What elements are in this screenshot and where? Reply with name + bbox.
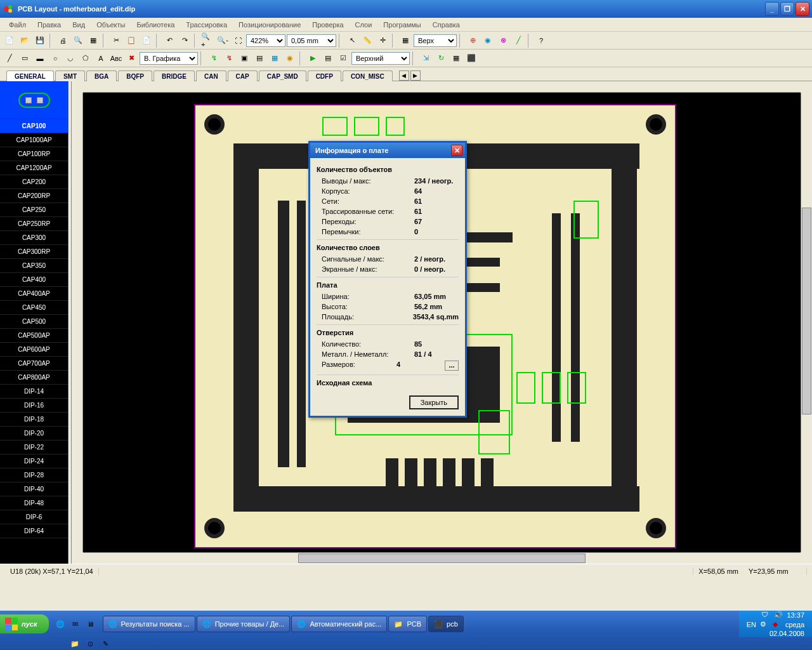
zoomin-icon[interactable]: 🔍+: [200, 34, 214, 48]
tab-smt[interactable]: SMT: [55, 70, 85, 81]
tab-can[interactable]: CAN: [196, 70, 226, 81]
zoomfit-icon[interactable]: ⛶: [231, 34, 245, 48]
component-item[interactable]: DIP-20: [0, 427, 68, 441]
layer2-combo[interactable]: Верхний: [351, 52, 410, 65]
tab-nav-icon[interactable]: ◀: [399, 70, 409, 81]
rect-icon[interactable]: ▭: [18, 51, 32, 65]
save-icon[interactable]: 💾: [33, 34, 47, 48]
menu-файл[interactable]: Файл: [4, 20, 31, 30]
ql-icon[interactable]: ⊙: [84, 637, 96, 650]
tab-bqfp[interactable]: BQFP: [118, 70, 152, 81]
line-icon[interactable]: ╱: [3, 51, 16, 65]
redo-icon[interactable]: ↷: [178, 34, 192, 48]
tray-icon[interactable]: 🔊: [774, 611, 783, 620]
origin-icon[interactable]: ✛: [376, 34, 390, 48]
netroute-icon[interactable]: ↯: [207, 51, 221, 65]
cut-icon[interactable]: ✂: [109, 34, 123, 48]
desktop-icon[interactable]: 🖥: [84, 618, 97, 630]
titleblock-icon[interactable]: ▦: [86, 34, 100, 48]
tab-cdfp[interactable]: CDFP: [308, 70, 341, 81]
import-icon[interactable]: ⇲: [419, 51, 433, 65]
menu-справка[interactable]: Справка: [428, 20, 465, 30]
dialog-close-btn[interactable]: Закрыть: [409, 395, 459, 409]
poly-icon[interactable]: ⬠: [79, 51, 93, 65]
preview-icon[interactable]: 🔍: [71, 34, 85, 48]
component-item[interactable]: CAP450: [0, 301, 68, 315]
comp2-icon[interactable]: ▤: [252, 51, 266, 65]
new-icon[interactable]: 📄: [3, 34, 16, 48]
component-item[interactable]: DIP-28: [0, 468, 68, 482]
refresh-icon[interactable]: ↻: [434, 51, 448, 65]
pad-icon[interactable]: ◉: [481, 34, 495, 48]
rectfill-icon[interactable]: ▬: [33, 51, 47, 65]
via-icon[interactable]: ⊗: [496, 34, 510, 48]
component-item[interactable]: CAP250: [0, 203, 68, 217]
tray-icon[interactable]: 🛡: [761, 611, 770, 620]
component-item[interactable]: CAP300RP: [0, 245, 68, 259]
tab-general[interactable]: GENERAL: [6, 70, 54, 81]
menu-вид[interactable]: Вид: [67, 20, 90, 30]
export-icon[interactable]: ▦: [449, 51, 463, 65]
3d-icon[interactable]: ⬛: [464, 51, 478, 65]
component-item[interactable]: DIP-14: [0, 385, 68, 399]
tray-lang[interactable]: EN: [747, 621, 756, 628]
route-icon[interactable]: ⊕: [466, 34, 480, 48]
menu-слои[interactable]: Слои: [350, 20, 377, 30]
component-item[interactable]: CAP200: [0, 175, 68, 189]
scroll-thumb[interactable]: [802, 208, 811, 415]
component-item[interactable]: CAP500: [0, 315, 68, 329]
grid-icon[interactable]: ▦: [398, 34, 412, 48]
view-combo[interactable]: В. Графика: [140, 52, 198, 65]
drc-icon[interactable]: ☑: [336, 51, 350, 65]
maximize-button[interactable]: ❐: [780, 2, 794, 16]
menu-позиционирование[interactable]: Позиционирование: [233, 20, 306, 30]
component-item[interactable]: CAP100RP: [0, 147, 68, 161]
arc-icon[interactable]: ◡: [63, 51, 77, 65]
cursor-icon[interactable]: ↖: [345, 34, 359, 48]
tray-icon[interactable]: ⚙: [760, 620, 769, 629]
start-button[interactable]: пуск: [0, 614, 49, 633]
tab-cap[interactable]: CAP: [228, 70, 258, 81]
open-icon[interactable]: 📂: [18, 34, 32, 48]
measure-icon[interactable]: 📏: [360, 34, 374, 48]
tray-icon[interactable]: ◆: [773, 620, 782, 629]
mail-icon[interactable]: ✉: [69, 618, 82, 630]
tab-con_misc[interactable]: CON_MISC: [343, 70, 393, 81]
component-item[interactable]: CAP200RP: [0, 189, 68, 203]
zoomout-icon[interactable]: 🔍-: [216, 34, 230, 48]
scrollbar-horizontal[interactable]: [83, 552, 801, 564]
undo-icon[interactable]: ↶: [162, 34, 176, 48]
marking-icon[interactable]: Авс: [109, 51, 123, 65]
component-item[interactable]: CAP100: [0, 119, 68, 133]
component-item[interactable]: CAP350: [0, 259, 68, 273]
circle-icon[interactable]: ○: [48, 51, 62, 65]
menu-трассировка[interactable]: Трассировка: [181, 20, 232, 30]
ql-icon[interactable]: ✎: [99, 637, 112, 650]
ql-icon[interactable]: 📁: [69, 637, 81, 650]
menu-проверка[interactable]: Проверка: [307, 20, 348, 30]
help-icon[interactable]: ?: [534, 34, 548, 48]
component-item[interactable]: DIP-22: [0, 441, 68, 454]
ie-icon[interactable]: 🌐: [54, 618, 67, 630]
component-item[interactable]: DIP-6: [0, 510, 68, 524]
component-item[interactable]: CAP1200AP: [0, 161, 68, 175]
menu-библиотека[interactable]: Библиотека: [132, 20, 180, 30]
component-item[interactable]: DIP-64: [0, 524, 68, 538]
tab-nav-icon[interactable]: ▶: [410, 70, 421, 81]
close-button[interactable]: ✕: [796, 2, 809, 16]
component-item[interactable]: CAP400AP: [0, 287, 68, 301]
taskbar-task[interactable]: 🌐Результаты поиска ...: [103, 616, 195, 632]
print-icon[interactable]: 🖨: [56, 34, 70, 48]
tab-cap_smd[interactable]: CAP_SMD: [259, 70, 306, 81]
grid-combo[interactable]: 0,05 mm: [287, 34, 336, 47]
comp1-icon[interactable]: ▣: [237, 51, 251, 65]
dialog-close-button[interactable]: ✕: [451, 145, 462, 156]
scroll-thumb[interactable]: [298, 554, 585, 563]
component-item[interactable]: CAP250RP: [0, 217, 68, 231]
scrollbar-vertical[interactable]: [801, 93, 812, 552]
component-item[interactable]: CAP1000AP: [0, 133, 68, 147]
component-item[interactable]: CAP300: [0, 231, 68, 245]
component-item[interactable]: CAP600AP: [0, 343, 68, 357]
comp4-icon[interactable]: ◉: [283, 51, 297, 65]
taskbar-task[interactable]: ⬛pcb: [428, 616, 464, 632]
